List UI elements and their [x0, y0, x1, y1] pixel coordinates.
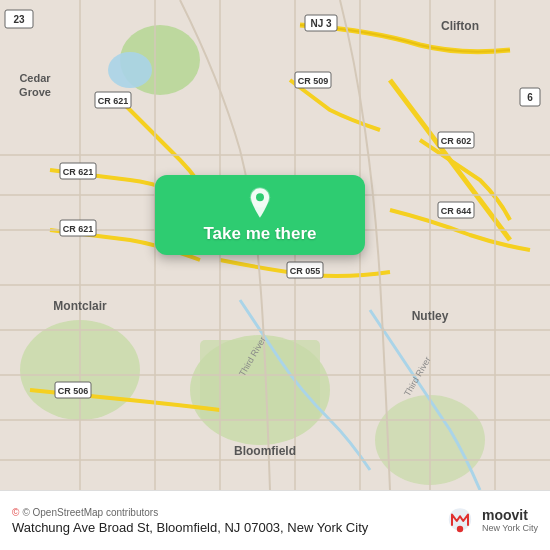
svg-text:CR 621: CR 621	[98, 96, 129, 106]
svg-text:CR 644: CR 644	[441, 206, 472, 216]
svg-text:23: 23	[13, 14, 25, 25]
svg-text:Montclair: Montclair	[53, 299, 107, 313]
svg-text:Clifton: Clifton	[441, 19, 479, 33]
svg-text:Grove: Grove	[19, 86, 51, 98]
address-text: Watchung Ave Broad St, Bloomfield, NJ 07…	[12, 520, 434, 535]
moovit-logo-icon	[444, 505, 476, 537]
svg-text:6: 6	[527, 92, 533, 103]
svg-text:NJ 3: NJ 3	[310, 18, 332, 29]
svg-text:CR 509: CR 509	[298, 76, 329, 86]
svg-text:CR 621: CR 621	[63, 224, 94, 234]
svg-text:Nutley: Nutley	[412, 309, 449, 323]
svg-point-53	[256, 193, 264, 201]
moovit-city: New York City	[482, 523, 538, 533]
svg-text:Cedar: Cedar	[19, 72, 51, 84]
moovit-logo: moovit New York City	[444, 505, 538, 537]
moovit-text-container: moovit New York City	[482, 508, 538, 533]
location-pin-icon	[246, 186, 274, 220]
svg-text:CR 602: CR 602	[441, 136, 472, 146]
take-me-there-button[interactable]: Take me there	[155, 175, 365, 255]
svg-text:CR 055: CR 055	[290, 266, 321, 276]
svg-text:CR 621: CR 621	[63, 167, 94, 177]
take-me-there-label: Take me there	[203, 224, 316, 244]
svg-text:Bloomfield: Bloomfield	[234, 444, 296, 458]
svg-point-6	[108, 52, 152, 88]
map-container: NJ 3 CR 621 CR 621 CR 621 CR 509 CR 602 …	[0, 0, 550, 490]
osm-attribution: © © OpenStreetMap contributors	[12, 507, 434, 518]
attribution-text: © OpenStreetMap contributors	[22, 507, 158, 518]
moovit-brand-name: moovit	[482, 508, 538, 523]
footer-left: © © OpenStreetMap contributors Watchung …	[12, 507, 434, 535]
footer: © © OpenStreetMap contributors Watchung …	[0, 490, 550, 550]
svg-point-56	[457, 525, 463, 531]
copyright-icon: ©	[12, 507, 19, 518]
svg-text:CR 506: CR 506	[58, 386, 89, 396]
